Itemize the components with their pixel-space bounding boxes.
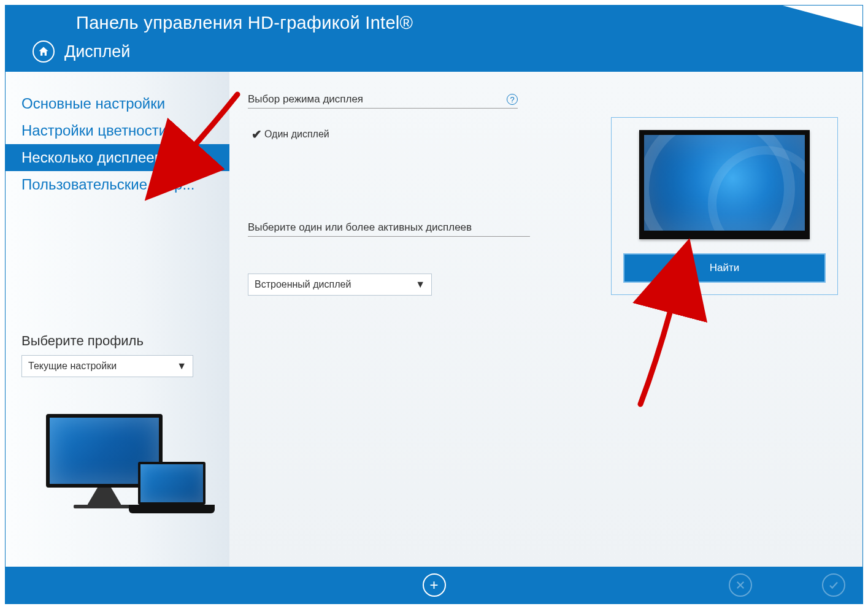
section-title: Дисплей: [64, 42, 130, 61]
profile-label: Выберите профиль: [21, 333, 213, 349]
active-displays-label: Выберите один или более активных дисплее…: [248, 221, 530, 237]
check-icon: [828, 580, 839, 591]
main-panel: Выбор режима дисплея ? ✔ Один дисплей Вы…: [229, 72, 862, 567]
corner-decoration: [783, 6, 862, 27]
home-icon: [37, 45, 50, 58]
nav-item-custom-resolutions[interactable]: Пользовательские разр...: [6, 171, 229, 198]
profile-value: Текущие настройки: [28, 361, 117, 372]
profile-dropdown[interactable]: Текущие настройки ▼: [21, 355, 193, 377]
nav-item-general[interactable]: Основные настройки: [6, 90, 229, 117]
plus-icon: +: [429, 576, 438, 594]
nav-list: Основные настройки Настройки цветности Н…: [6, 90, 229, 198]
chevron-down-icon: ▼: [177, 361, 186, 372]
nav-item-color[interactable]: Настройки цветности: [6, 117, 229, 144]
find-button[interactable]: Найти: [624, 254, 825, 282]
chevron-down-icon: ▼: [415, 279, 425, 290]
apply-button[interactable]: [822, 573, 845, 597]
sidebar: Основные настройки Настройки цветности Н…: [6, 72, 229, 567]
add-button[interactable]: +: [423, 573, 446, 597]
display-preview-box: Найти: [611, 117, 838, 295]
close-icon: [735, 580, 746, 591]
app-title: Панель управления HD-графикой Intel®: [6, 6, 862, 33]
nav-item-multiple-displays[interactable]: Несколько дисплеев: [6, 144, 229, 171]
active-display-dropdown[interactable]: Встроенный дисплей ▼: [248, 274, 432, 296]
header: Панель управления HD-графикой Intel® Дис…: [6, 6, 862, 72]
devices-illustration: [46, 414, 205, 518]
active-display-value: Встроенный дисплей: [255, 279, 351, 290]
footer: +: [6, 567, 862, 603]
display-preview-icon: [639, 130, 810, 239]
checkmark-icon: ✔: [252, 127, 262, 142]
app-window: Панель управления HD-графикой Intel® Дис…: [5, 5, 863, 604]
cancel-button[interactable]: [729, 573, 752, 597]
display-mode-label: Выбор режима дисплея ?: [248, 93, 518, 109]
home-button[interactable]: [33, 40, 55, 63]
help-icon[interactable]: ?: [507, 94, 518, 105]
